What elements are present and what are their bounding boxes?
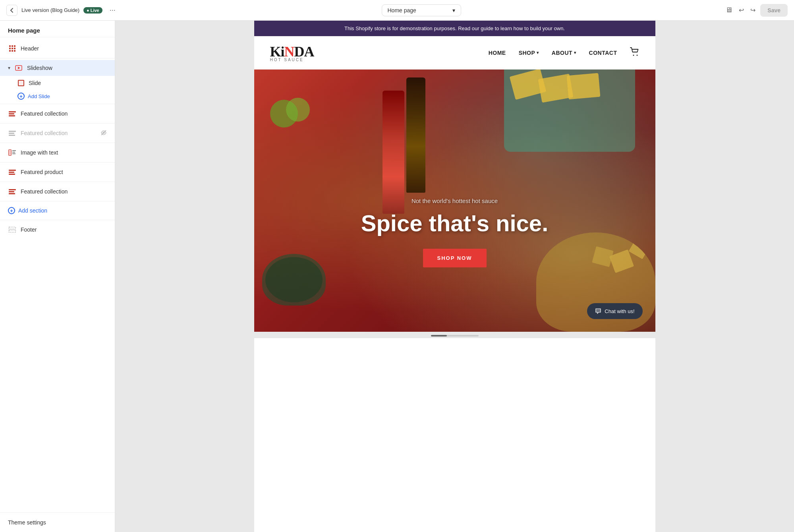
sidebar-title: Home page [0,21,115,37]
sidebar-item-featured-collection-2[interactable]: Featured collection [0,125,115,141]
sidebar-item-featured-collection-1[interactable]: Featured collection [0,106,115,122]
toolbar-center: Home page ▾ [124,4,719,16]
grid-icon [8,44,17,53]
featured-collection-3-label: Featured collection [21,188,107,195]
svg-rect-4 [9,150,12,156]
nav-shop[interactable]: SHOP ▾ [519,50,539,56]
featured-product-label: Featured product [21,169,107,175]
svg-point-10 [633,55,634,56]
hero-title: Spice that's nice. [361,211,549,236]
slide-icon [17,79,25,87]
featured-product-icon [8,168,17,176]
divider-8 [0,220,115,220]
save-button[interactable]: Save [760,4,788,17]
sidebar-items: Header ▾ Slideshow Slide [0,37,115,513]
divider-4 [0,143,115,143]
hero-cta-button[interactable]: SHOP NOW [423,249,487,267]
toolbar-left: Live version (Blog Guide) ● Live ··· [6,4,119,16]
preview-frame: This Shopify store is for demonstration … [254,21,655,532]
image-with-text-label: Image with text [21,149,107,156]
featured-collection-1-icon [8,109,17,118]
footer-label: Footer [21,226,107,233]
scroll-indicator [254,332,655,338]
version-label: Live version (Blog Guide) [21,7,79,13]
page-selector[interactable]: Home page ▾ [382,4,461,16]
logo-dot: N [284,44,294,60]
chat-label: Chat with us! [605,308,634,314]
toolbar-right: 🖥 ↩ ↪ Save [724,4,788,17]
store-logo[interactable]: KiNDA HOT SAUCE [270,43,314,62]
sidebar-item-slide[interactable]: Slide [0,76,115,90]
divider-2 [0,104,115,104]
announcement-text: This Shopify store is for demonstration … [344,25,565,31]
add-section-button[interactable]: + Add section [0,203,115,218]
hidden-eye-icon[interactable] [100,130,107,137]
add-section-label: Add section [18,207,47,214]
sidebar-item-slideshow[interactable]: ▾ Slideshow [0,60,115,76]
svg-point-11 [636,55,638,56]
redo-button[interactable]: ↪ [749,5,757,15]
divider-7 [0,201,115,201]
expand-arrow: ▾ [8,65,10,71]
slide-label: Slide [29,80,107,86]
nav-about[interactable]: ABOUT ▾ [552,50,576,56]
more-button[interactable]: ··· [106,4,119,16]
undo-button[interactable]: ↩ [737,5,746,15]
scroll-bar [431,335,479,337]
about-dropdown-icon: ▾ [574,50,576,55]
hero-content: Not the world's hottest hot sauce Spice … [254,101,655,332]
sidebar-item-featured-product[interactable]: Featured product [0,164,115,180]
nav-contact[interactable]: CONTACT [589,50,617,56]
sidebar: Home page Header ▾ [0,21,115,532]
sidebar-item-footer[interactable]: Footer [0,222,115,238]
page-selector-label: Home page [388,7,416,14]
sidebar-item-image-with-text[interactable]: Image with text [0,145,115,161]
back-button[interactable] [6,5,17,16]
hero-section: Not the world's hottest hot sauce Spice … [254,70,655,332]
svg-marker-1 [18,67,20,69]
store-nav: KiNDA HOT SAUCE HOME SHOP ▾ ABOUT ▾ CONT… [254,36,655,70]
device-button[interactable]: 🖥 [724,4,734,16]
logo-sub: HOT SAUCE [270,58,304,62]
add-section-plus-icon: + [8,207,15,214]
theme-settings-button[interactable]: Theme settings [0,513,115,532]
add-slide-label: Add Slide [28,93,50,99]
plus-circle-icon: + [17,93,25,100]
toolbar: Live version (Blog Guide) ● Live ··· Hom… [0,0,794,21]
svg-rect-9 [9,230,16,232]
footer-icon [8,225,17,234]
featured-collection-2-label: Featured collection [21,130,97,136]
slideshow-icon [14,64,23,72]
scroll-progress [431,335,447,337]
sidebar-item-header[interactable]: Header [0,41,115,56]
shop-dropdown-icon: ▾ [537,50,539,55]
svg-rect-8 [9,227,16,229]
cart-icon[interactable] [630,47,639,58]
main-layout: Home page Header ▾ [0,21,794,532]
announcement-bar: This Shopify store is for demonstration … [254,21,655,36]
slideshow-label: Slideshow [27,65,107,71]
image-with-text-icon [8,148,17,157]
chat-widget[interactable]: Chat with us! [587,303,642,319]
live-badge: ● Live [83,7,102,14]
divider-3 [0,123,115,124]
nav-home[interactable]: HOME [489,50,506,56]
hero-subtitle: Not the world's hottest hot sauce [411,197,498,204]
divider-6 [0,182,115,182]
featured-collection-1-label: Featured collection [21,110,107,117]
featured-collection-2-icon [8,129,17,137]
featured-collection-3-icon [8,187,17,196]
add-slide-button[interactable]: + Add Slide [0,90,115,102]
divider-1 [0,58,115,58]
sidebar-item-label: Header [21,45,107,52]
sidebar-item-featured-collection-3[interactable]: Featured collection [0,184,115,199]
nav-links: HOME SHOP ▾ ABOUT ▾ CONTACT [489,47,639,58]
chevron-down-icon: ▾ [452,7,455,14]
divider-5 [0,162,115,163]
svg-line-3 [101,130,106,135]
preview-area[interactable]: This Shopify store is for demonstration … [115,21,794,532]
